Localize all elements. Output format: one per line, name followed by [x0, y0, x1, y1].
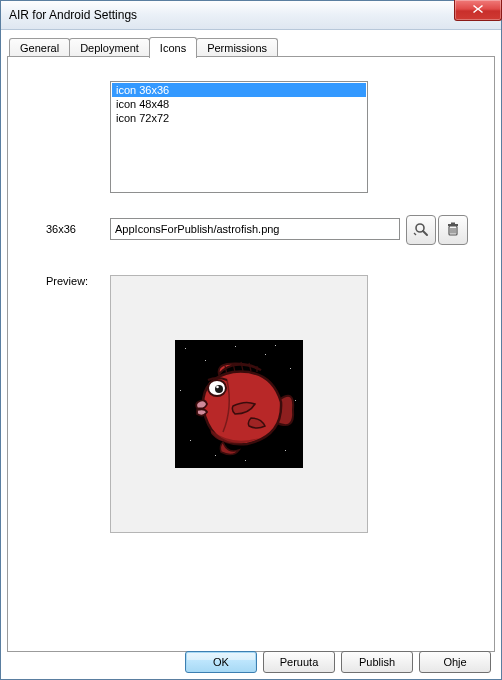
- button-bar: OK Peruuta Publish Ohje: [1, 651, 501, 673]
- help-button[interactable]: Ohje: [419, 651, 491, 673]
- fish-illustration: [175, 340, 303, 468]
- preview-area: [110, 275, 368, 533]
- ok-button[interactable]: OK: [185, 651, 257, 673]
- list-item[interactable]: icon 48x48: [112, 97, 366, 111]
- browse-button[interactable]: [406, 215, 436, 245]
- window-title: AIR for Android Settings: [1, 8, 137, 22]
- svg-rect-3: [448, 224, 458, 226]
- preview-label: Preview:: [46, 275, 88, 287]
- titlebar: AIR for Android Settings: [1, 1, 501, 30]
- icon-path-input[interactable]: [110, 218, 400, 240]
- tab-strip: General Deployment Icons Permissions: [9, 35, 495, 57]
- trash-icon: [445, 221, 461, 239]
- client-area: General Deployment Icons Permissions ico…: [1, 29, 501, 679]
- svg-rect-4: [451, 223, 455, 225]
- svg-line-1: [423, 231, 427, 235]
- preview-image: [175, 340, 303, 468]
- tab-permissions[interactable]: Permissions: [196, 38, 278, 57]
- icon-size-list[interactable]: icon 36x36 icon 48x48 icon 72x72: [110, 81, 368, 193]
- tab-deployment[interactable]: Deployment: [69, 38, 150, 57]
- close-icon: [472, 4, 484, 16]
- tab-icons[interactable]: Icons: [149, 37, 197, 58]
- svg-point-9: [215, 385, 223, 393]
- tab-panel-icons: icon 36x36 icon 48x48 icon 72x72 36x36: [7, 56, 495, 652]
- cancel-button[interactable]: Peruuta: [263, 651, 335, 673]
- svg-point-10: [216, 386, 219, 389]
- selected-size-label: 36x36: [46, 223, 76, 235]
- dialog-window: AIR for Android Settings General Deploym…: [0, 0, 502, 680]
- delete-button[interactable]: [438, 215, 468, 245]
- tab-general[interactable]: General: [9, 38, 70, 57]
- list-item[interactable]: icon 36x36: [112, 83, 366, 97]
- publish-button[interactable]: Publish: [341, 651, 413, 673]
- browse-icon: [413, 221, 429, 239]
- list-item[interactable]: icon 72x72: [112, 111, 366, 125]
- close-button[interactable]: [454, 0, 502, 21]
